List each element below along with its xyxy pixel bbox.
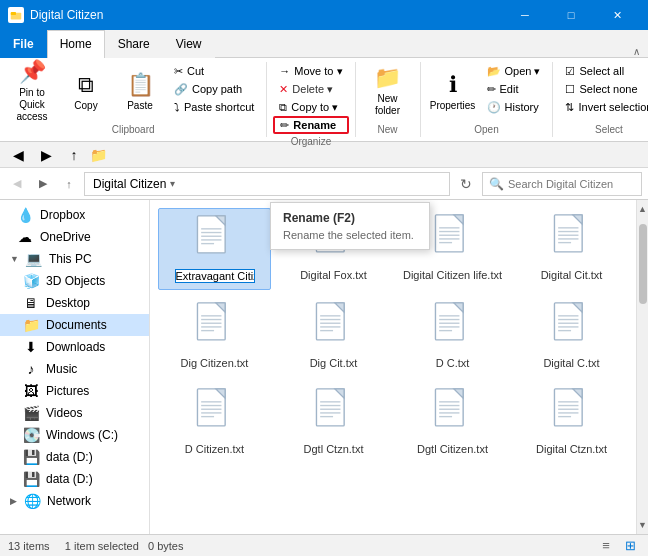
up-button[interactable]: ↑ — [58, 173, 80, 195]
qa-folder-icon: 📁 — [90, 147, 107, 163]
filename-edit-input[interactable] — [175, 269, 255, 283]
file-area: Rename (F2) Rename the selected item. — [150, 200, 636, 534]
grid-view-button[interactable]: ⊞ — [620, 537, 640, 555]
delete-icon: ✕ — [279, 83, 288, 96]
delete-button[interactable]: ✕ Delete ▾ — [273, 80, 348, 98]
history-button[interactable]: 🕐 History — [481, 98, 547, 116]
file-item[interactable]: D C.txt — [396, 296, 509, 376]
sidebar-item-desktop[interactable]: 🖥 Desktop — [0, 292, 149, 314]
properties-button[interactable]: ℹ Properties — [427, 62, 479, 120]
maximize-button[interactable]: □ — [548, 0, 594, 30]
sidebar-item-documents[interactable]: 📁 Documents — [0, 314, 149, 336]
pin-to-quick-access-button[interactable]: 📌 Pin to Quick access — [6, 62, 58, 120]
new-folder-button[interactable]: 📁 Newfolder — [362, 62, 414, 120]
sidebar-item-downloads[interactable]: ⬇ Downloads — [0, 336, 149, 358]
rename-icon: ✏ — [280, 119, 289, 132]
open-label: Open — [427, 122, 547, 137]
selected-count: 1 item selected — [65, 540, 139, 552]
rename-button[interactable]: ✏ Rename — [273, 116, 348, 134]
copy-button[interactable]: ⧉ Copy — [60, 62, 112, 120]
select-none-button[interactable]: ☐ Select none — [559, 80, 648, 98]
sidebar-item-dropbox[interactable]: 💧 Dropbox — [0, 204, 149, 226]
refresh-button[interactable]: ↻ — [454, 172, 478, 196]
copy-path-button[interactable]: 🔗 Copy path — [168, 80, 260, 98]
file-name: D C.txt — [436, 356, 470, 370]
edit-button[interactable]: ✏ Edit — [481, 80, 547, 98]
file-item[interactable]: Digital Ctzn.txt — [515, 382, 628, 462]
file-item[interactable]: Digital Cit.txt — [515, 208, 628, 290]
organize-content: → Move to ▾ ✕ Delete ▾ ⧉ Copy to ▾ ✏ Ren… — [273, 62, 348, 134]
sidebar-item-pictures[interactable]: 🖼 Pictures — [0, 380, 149, 402]
close-button[interactable]: ✕ — [594, 0, 640, 30]
sidebar-item-datad1[interactable]: 💾 data (D:) — [0, 446, 149, 468]
paste-shortcut-button[interactable]: ⤵ Paste shortcut — [168, 98, 260, 116]
sidebar-item-music[interactable]: ♪ Music — [0, 358, 149, 380]
datad1-icon: 💾 — [22, 449, 40, 465]
invert-selection-button[interactable]: ⇅ Invert selection — [559, 98, 648, 116]
copy-icon: ⧉ — [78, 72, 94, 98]
ribbon-collapse-icon[interactable]: ∧ — [633, 46, 648, 57]
sidebar-item-videos[interactable]: 🎬 Videos — [0, 402, 149, 424]
network-expand-icon: ▶ — [10, 496, 17, 506]
file-name: Dig Cit.txt — [310, 356, 358, 370]
rename-tooltip: Rename (F2) Rename the selected item. — [270, 202, 430, 250]
paste-button[interactable]: 📋 Paste — [114, 62, 166, 120]
address-bar: ◀ ▶ ↑ Digital Citizen ▾ ↻ 🔍 — [0, 168, 648, 200]
search-input[interactable] — [508, 178, 646, 190]
documents-icon: 📁 — [22, 317, 40, 333]
address-path[interactable]: Digital Citizen ▾ — [84, 172, 450, 196]
file-icon — [433, 214, 473, 265]
file-item[interactable]: D Citizen.txt — [158, 382, 271, 462]
view-controls: ≡ ⊞ — [596, 537, 640, 555]
back-button[interactable]: ◀ — [6, 173, 28, 195]
file-icon — [552, 214, 592, 265]
qa-forward-button[interactable]: ▶ — [34, 144, 58, 166]
tooltip-title: Rename (F2) — [283, 211, 417, 225]
scroll-up-button[interactable]: ▲ — [636, 202, 648, 216]
scroll-down-button[interactable]: ▼ — [636, 518, 648, 532]
ribbon-group-new: 📁 Newfolder New — [356, 62, 421, 137]
list-view-button[interactable]: ≡ — [596, 537, 616, 555]
new-content: 📁 Newfolder — [362, 62, 414, 122]
tab-view[interactable]: View — [163, 30, 215, 58]
file-name: Digital Ctzn.txt — [536, 442, 607, 456]
ribbon-group-open: ℹ Properties 📂 Open ▾ ✏ Edit 🕐 History — [421, 62, 554, 137]
file-name: Dig Citizen.txt — [181, 356, 249, 370]
sidebar-item-3dobjects[interactable]: 🧊 3D Objects — [0, 270, 149, 292]
file-item[interactable]: Dig Citizen.txt — [158, 296, 271, 376]
cut-button[interactable]: ✂ Cut — [168, 62, 260, 80]
scroll-thumb[interactable] — [639, 224, 647, 304]
file-icon — [433, 388, 473, 439]
file-item[interactable]: Dgtl Citizen.txt — [396, 382, 509, 462]
thispc-expand-icon: ▼ — [10, 254, 19, 264]
open-button[interactable]: 📂 Open ▾ — [481, 62, 547, 80]
file-item[interactable] — [158, 208, 271, 290]
scrollbar[interactable]: ▲ ▼ — [636, 200, 648, 534]
select-content: ☑ Select all ☐ Select none ⇅ Invert sele… — [559, 62, 648, 122]
tab-file[interactable]: File — [0, 30, 47, 58]
sidebar-item-thispc[interactable]: ▼ 💻 This PC — [0, 248, 149, 270]
sidebar-item-datad2[interactable]: 💾 data (D:) — [0, 468, 149, 490]
paste-icon: 📋 — [127, 72, 154, 98]
move-to-button[interactable]: → Move to ▾ — [273, 62, 348, 80]
sidebar-label-3dobjects: 3D Objects — [46, 274, 105, 288]
datad2-icon: 💾 — [22, 471, 40, 487]
forward-button[interactable]: ▶ — [32, 173, 54, 195]
properties-icon: ℹ — [449, 72, 457, 98]
file-item[interactable]: Dgtl Ctzn.txt — [277, 382, 390, 462]
sidebar-item-network[interactable]: ▶ 🌐 Network — [0, 490, 149, 512]
sidebar-item-onedrive[interactable]: ☁ OneDrive — [0, 226, 149, 248]
qa-up-button[interactable]: ↑ — [62, 144, 86, 166]
tab-home[interactable]: Home — [47, 30, 105, 58]
copy-to-button[interactable]: ⧉ Copy to ▾ — [273, 98, 348, 116]
sidebar-label-datad1: data (D:) — [46, 450, 93, 464]
select-all-button[interactable]: ☑ Select all — [559, 62, 648, 80]
window-controls: ─ □ ✕ — [502, 0, 640, 30]
minimize-button[interactable]: ─ — [502, 0, 548, 30]
sidebar-item-windowsc[interactable]: 💽 Windows (C:) — [0, 424, 149, 446]
tab-share[interactable]: Share — [105, 30, 163, 58]
qa-back-button[interactable]: ◀ — [6, 144, 30, 166]
file-item[interactable]: Dig Cit.txt — [277, 296, 390, 376]
file-item[interactable]: Digital C.txt — [515, 296, 628, 376]
search-icon: 🔍 — [489, 177, 504, 191]
